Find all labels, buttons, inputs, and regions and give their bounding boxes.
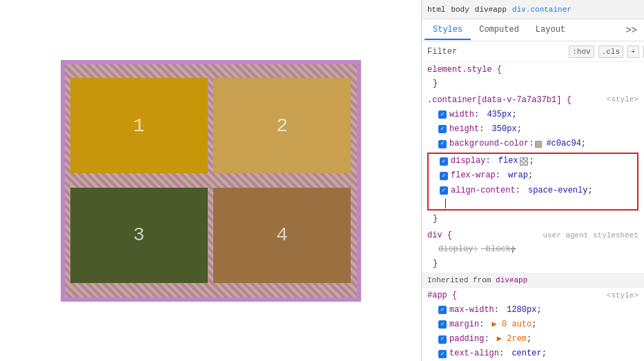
prop-bg-color-checkbox[interactable] <box>438 140 447 148</box>
filter-input[interactable] <box>461 47 565 57</box>
app-origin: <style> <box>607 290 638 302</box>
browser-preview: 1 2 3 4 <box>0 0 421 361</box>
prop-display-name: display <box>451 155 485 168</box>
prop-display-value: flex <box>494 155 518 168</box>
tab-computed[interactable]: Computed <box>471 21 527 40</box>
prop-text-align-name: text-align <box>449 347 499 360</box>
prop-align-content-value: space-evenly <box>523 184 588 197</box>
filter-hov-btn[interactable]: :hov <box>569 46 594 58</box>
prop-margin-value: ▶ 0 auto <box>487 318 531 331</box>
filter-bar: Filter :hov .cls + ⎘ ⊡ <box>422 41 644 62</box>
prop-align-content-checkbox[interactable] <box>440 186 448 195</box>
prop-padding-checkbox[interactable] <box>438 335 447 344</box>
prop-bg-color-value: #c0ac94 <box>546 137 580 150</box>
tab-styles[interactable]: Styles <box>425 21 471 40</box>
container-rule: .container[data-v-7a7a37b1] { <style> wi… <box>422 92 644 228</box>
element-style-close: } <box>427 77 638 91</box>
inherited-divapp-label: div#app <box>496 276 527 284</box>
prop-height: height : 350px ; <box>427 122 638 137</box>
prop-padding-name: padding <box>449 333 484 346</box>
filter-cls-btn[interactable]: .cls <box>598 46 623 58</box>
prop-text-align-value: center <box>507 347 541 360</box>
tab-more[interactable]: >> <box>621 22 641 39</box>
prop-padding: padding : ▶ 2rem ; <box>427 332 638 347</box>
inherited-divapp-section: Inherited from div#app <box>422 273 644 288</box>
app-selector: #app { <box>427 289 457 302</box>
breadcrumb: html body div#app div.container <box>422 0 644 19</box>
prop-width-value: 435px <box>482 108 511 121</box>
prop-flex-wrap-checkbox[interactable] <box>440 172 448 180</box>
prop-margin-checkbox[interactable] <box>438 320 447 329</box>
flex-container: 1 2 3 4 <box>61 60 361 302</box>
div-selector: div { <box>427 229 452 242</box>
prop-div-display: display : block ; <box>427 242 638 257</box>
prop-align-content-name: align-content <box>451 184 516 197</box>
tab-bar: Styles Computed Layout >> <box>422 19 644 41</box>
div-rule: div { user agent stylesheet display : bl… <box>422 228 644 273</box>
prop-div-display-name: display <box>438 243 473 256</box>
prop-max-width-checkbox[interactable] <box>438 306 447 314</box>
element-style-selector: element.style { <box>427 64 638 77</box>
breadcrumb-divcontainer[interactable]: div.container <box>512 6 572 14</box>
div-origin: user agent stylesheet <box>543 230 638 242</box>
prop-height-name: height <box>449 123 479 136</box>
breadcrumb-body[interactable]: body <box>451 6 469 14</box>
flex-item-2: 2 <box>213 78 351 174</box>
cursor-line <box>429 198 637 209</box>
prop-bg-color: background-color : #c0ac94 ; <box>427 137 638 151</box>
div-close: } <box>427 257 638 271</box>
prop-flex-wrap-name: flex-wrap <box>451 169 496 182</box>
prop-width-checkbox[interactable] <box>438 110 447 119</box>
prop-max-width-name: max-width <box>449 304 494 317</box>
breadcrumb-divapp[interactable]: div#app <box>475 6 507 14</box>
filter-plus-btn[interactable]: + <box>627 46 639 58</box>
prop-flex-wrap-value: wrap <box>503 169 528 182</box>
bg-color-swatch[interactable] <box>535 141 542 148</box>
element-style-rule: element.style { } <box>422 62 644 92</box>
filter-label: Filter <box>427 47 457 57</box>
prop-max-width: max-width : 1280px ; <box>427 303 638 318</box>
flex-item-4: 4 <box>213 188 351 284</box>
prop-width-name: width <box>449 108 474 121</box>
app-rule: #app { <style> max-width : 1280px ; marg… <box>422 288 644 361</box>
prop-display: display : flex ; <box>429 154 637 168</box>
prop-height-value: 350px <box>487 123 516 136</box>
prop-text-align: text-align : center ; <box>427 347 638 361</box>
styles-content[interactable]: element.style { } .container[data-v-7a7a… <box>422 62 644 361</box>
prop-div-display-value: block <box>481 243 511 256</box>
prop-margin-name: margin <box>449 318 479 331</box>
breadcrumb-html[interactable]: html <box>427 6 445 14</box>
prop-display-checkbox[interactable] <box>440 157 448 166</box>
prop-padding-value: ▶ 2rem <box>492 333 527 346</box>
prop-align-content: align-content : space-evenly ; <box>429 184 637 198</box>
prop-bg-color-name: background-color <box>449 137 529 150</box>
tab-layout[interactable]: Layout <box>527 21 574 40</box>
prop-max-width-value: 1280px <box>502 304 536 317</box>
flex-item-1: 1 <box>70 78 208 174</box>
prop-height-checkbox[interactable] <box>438 125 447 133</box>
container-origin: <style> <box>607 94 638 106</box>
cursor-caret <box>445 199 446 208</box>
prop-width: width : 435px ; <box>427 108 638 122</box>
container-selector: .container[data-v-7a7a37b1] { <style> <box>427 94 638 107</box>
prop-flex-wrap: flex-wrap : wrap ; <box>429 168 637 183</box>
prop-text-align-checkbox[interactable] <box>438 350 447 358</box>
flex-grid-icon[interactable] <box>520 157 528 166</box>
highlighted-flex-rules: display : flex ; flex-wrap : wrap ; <box>427 153 638 211</box>
prop-margin: margin : ▶ 0 auto ; <box>427 318 638 332</box>
container-close: } <box>427 212 638 226</box>
flex-item-3: 3 <box>70 188 208 284</box>
devtools-panel: html body div#app div.container Styles C… <box>421 0 644 361</box>
